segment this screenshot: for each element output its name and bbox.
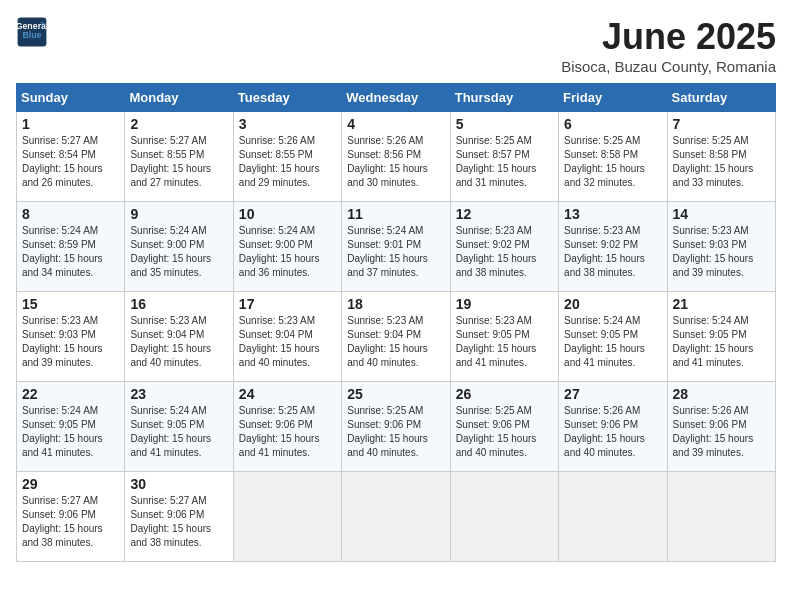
calendar-cell: 24Sunrise: 5:25 AMSunset: 9:06 PMDayligh… [233, 382, 341, 472]
day-number: 18 [347, 296, 444, 312]
day-content: Sunrise: 5:25 AMSunset: 9:06 PMDaylight:… [347, 404, 444, 460]
weekday-header-row: SundayMondayTuesdayWednesdayThursdayFrid… [17, 84, 776, 112]
calendar-cell: 9Sunrise: 5:24 AMSunset: 9:00 PMDaylight… [125, 202, 233, 292]
day-content: Sunrise: 5:23 AMSunset: 9:03 PMDaylight:… [22, 314, 119, 370]
day-content: Sunrise: 5:25 AMSunset: 9:06 PMDaylight:… [239, 404, 336, 460]
day-number: 2 [130, 116, 227, 132]
calendar-cell: 7Sunrise: 5:25 AMSunset: 8:58 PMDaylight… [667, 112, 775, 202]
day-content: Sunrise: 5:23 AMSunset: 9:04 PMDaylight:… [347, 314, 444, 370]
day-content: Sunrise: 5:25 AMSunset: 9:06 PMDaylight:… [456, 404, 553, 460]
calendar-cell: 20Sunrise: 5:24 AMSunset: 9:05 PMDayligh… [559, 292, 667, 382]
calendar-cell: 18Sunrise: 5:23 AMSunset: 9:04 PMDayligh… [342, 292, 450, 382]
week-row-1: 1Sunrise: 5:27 AMSunset: 8:54 PMDaylight… [17, 112, 776, 202]
calendar-cell: 14Sunrise: 5:23 AMSunset: 9:03 PMDayligh… [667, 202, 775, 292]
calendar-cell [667, 472, 775, 562]
page-header: General Blue June 2025 Bisoca, Buzau Cou… [16, 16, 776, 75]
calendar-cell: 15Sunrise: 5:23 AMSunset: 9:03 PMDayligh… [17, 292, 125, 382]
calendar-cell: 17Sunrise: 5:23 AMSunset: 9:04 PMDayligh… [233, 292, 341, 382]
day-number: 14 [673, 206, 770, 222]
svg-text:Blue: Blue [22, 30, 41, 40]
day-content: Sunrise: 5:25 AMSunset: 8:58 PMDaylight:… [673, 134, 770, 190]
day-content: Sunrise: 5:24 AMSunset: 9:05 PMDaylight:… [673, 314, 770, 370]
calendar-subtitle: Bisoca, Buzau County, Romania [561, 58, 776, 75]
day-number: 15 [22, 296, 119, 312]
week-row-2: 8Sunrise: 5:24 AMSunset: 8:59 PMDaylight… [17, 202, 776, 292]
day-number: 8 [22, 206, 119, 222]
calendar-title: June 2025 [561, 16, 776, 58]
day-content: Sunrise: 5:23 AMSunset: 9:04 PMDaylight:… [239, 314, 336, 370]
day-content: Sunrise: 5:24 AMSunset: 9:05 PMDaylight:… [564, 314, 661, 370]
week-row-3: 15Sunrise: 5:23 AMSunset: 9:03 PMDayligh… [17, 292, 776, 382]
calendar-cell: 6Sunrise: 5:25 AMSunset: 8:58 PMDaylight… [559, 112, 667, 202]
day-number: 7 [673, 116, 770, 132]
day-content: Sunrise: 5:26 AMSunset: 9:06 PMDaylight:… [564, 404, 661, 460]
day-number: 27 [564, 386, 661, 402]
calendar-cell [450, 472, 558, 562]
weekday-header-wednesday: Wednesday [342, 84, 450, 112]
calendar-cell: 25Sunrise: 5:25 AMSunset: 9:06 PMDayligh… [342, 382, 450, 472]
calendar-cell: 3Sunrise: 5:26 AMSunset: 8:55 PMDaylight… [233, 112, 341, 202]
day-content: Sunrise: 5:23 AMSunset: 9:04 PMDaylight:… [130, 314, 227, 370]
logo: General Blue [16, 16, 48, 48]
calendar-cell: 27Sunrise: 5:26 AMSunset: 9:06 PMDayligh… [559, 382, 667, 472]
svg-text:General: General [16, 21, 48, 31]
title-area: June 2025 Bisoca, Buzau County, Romania [561, 16, 776, 75]
day-number: 1 [22, 116, 119, 132]
calendar-cell: 21Sunrise: 5:24 AMSunset: 9:05 PMDayligh… [667, 292, 775, 382]
weekday-header-friday: Friday [559, 84, 667, 112]
calendar-cell: 30Sunrise: 5:27 AMSunset: 9:06 PMDayligh… [125, 472, 233, 562]
calendar-cell: 13Sunrise: 5:23 AMSunset: 9:02 PMDayligh… [559, 202, 667, 292]
day-content: Sunrise: 5:24 AMSunset: 9:05 PMDaylight:… [130, 404, 227, 460]
weekday-header-sunday: Sunday [17, 84, 125, 112]
week-row-5: 29Sunrise: 5:27 AMSunset: 9:06 PMDayligh… [17, 472, 776, 562]
day-number: 23 [130, 386, 227, 402]
calendar-cell: 11Sunrise: 5:24 AMSunset: 9:01 PMDayligh… [342, 202, 450, 292]
day-content: Sunrise: 5:23 AMSunset: 9:02 PMDaylight:… [564, 224, 661, 280]
day-content: Sunrise: 5:26 AMSunset: 8:56 PMDaylight:… [347, 134, 444, 190]
day-content: Sunrise: 5:24 AMSunset: 9:01 PMDaylight:… [347, 224, 444, 280]
day-number: 29 [22, 476, 119, 492]
day-number: 4 [347, 116, 444, 132]
day-number: 17 [239, 296, 336, 312]
day-number: 9 [130, 206, 227, 222]
day-number: 21 [673, 296, 770, 312]
day-number: 28 [673, 386, 770, 402]
day-number: 11 [347, 206, 444, 222]
calendar-cell [559, 472, 667, 562]
calendar-cell: 1Sunrise: 5:27 AMSunset: 8:54 PMDaylight… [17, 112, 125, 202]
calendar-cell: 19Sunrise: 5:23 AMSunset: 9:05 PMDayligh… [450, 292, 558, 382]
day-content: Sunrise: 5:25 AMSunset: 8:57 PMDaylight:… [456, 134, 553, 190]
day-number: 25 [347, 386, 444, 402]
day-number: 24 [239, 386, 336, 402]
weekday-header-saturday: Saturday [667, 84, 775, 112]
week-row-4: 22Sunrise: 5:24 AMSunset: 9:05 PMDayligh… [17, 382, 776, 472]
weekday-header-tuesday: Tuesday [233, 84, 341, 112]
weekday-header-monday: Monday [125, 84, 233, 112]
day-number: 19 [456, 296, 553, 312]
calendar-cell: 28Sunrise: 5:26 AMSunset: 9:06 PMDayligh… [667, 382, 775, 472]
calendar-cell: 12Sunrise: 5:23 AMSunset: 9:02 PMDayligh… [450, 202, 558, 292]
day-number: 12 [456, 206, 553, 222]
day-content: Sunrise: 5:24 AMSunset: 9:00 PMDaylight:… [239, 224, 336, 280]
calendar-cell: 2Sunrise: 5:27 AMSunset: 8:55 PMDaylight… [125, 112, 233, 202]
calendar-cell: 22Sunrise: 5:24 AMSunset: 9:05 PMDayligh… [17, 382, 125, 472]
logo-icon: General Blue [16, 16, 48, 48]
day-content: Sunrise: 5:24 AMSunset: 9:00 PMDaylight:… [130, 224, 227, 280]
day-content: Sunrise: 5:24 AMSunset: 9:05 PMDaylight:… [22, 404, 119, 460]
day-number: 3 [239, 116, 336, 132]
calendar-cell: 10Sunrise: 5:24 AMSunset: 9:00 PMDayligh… [233, 202, 341, 292]
calendar-cell [342, 472, 450, 562]
day-number: 13 [564, 206, 661, 222]
day-number: 10 [239, 206, 336, 222]
day-content: Sunrise: 5:23 AMSunset: 9:02 PMDaylight:… [456, 224, 553, 280]
day-content: Sunrise: 5:26 AMSunset: 8:55 PMDaylight:… [239, 134, 336, 190]
day-number: 6 [564, 116, 661, 132]
weekday-header-thursday: Thursday [450, 84, 558, 112]
calendar-cell: 16Sunrise: 5:23 AMSunset: 9:04 PMDayligh… [125, 292, 233, 382]
day-content: Sunrise: 5:23 AMSunset: 9:05 PMDaylight:… [456, 314, 553, 370]
day-number: 30 [130, 476, 227, 492]
day-number: 26 [456, 386, 553, 402]
calendar-cell: 5Sunrise: 5:25 AMSunset: 8:57 PMDaylight… [450, 112, 558, 202]
day-number: 5 [456, 116, 553, 132]
day-number: 22 [22, 386, 119, 402]
